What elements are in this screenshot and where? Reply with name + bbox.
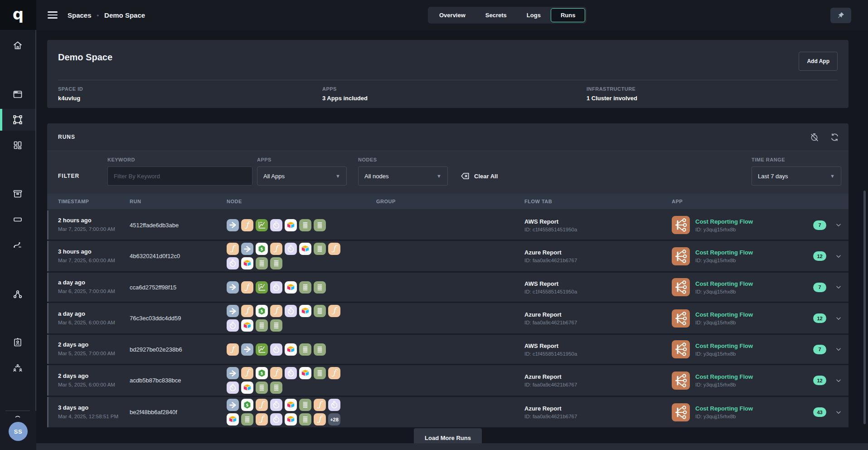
- row-app-link[interactable]: Cost Reporting Flow: [695, 218, 753, 225]
- function-node-icon[interactable]: ƒ: [270, 367, 282, 379]
- dollar-node-icon[interactable]: $: [241, 399, 253, 411]
- time-range-select[interactable]: Last 7 days ▼: [752, 166, 841, 186]
- airtable-node-icon[interactable]: [227, 413, 239, 426]
- airtable-node-icon[interactable]: [241, 382, 253, 394]
- list-node-icon[interactable]: [299, 413, 311, 426]
- function-node-icon[interactable]: ƒ: [328, 367, 340, 379]
- timer-node-icon[interactable]: [285, 367, 297, 379]
- avatar[interactable]: SS: [9, 422, 28, 441]
- dollar-node-icon[interactable]: $: [256, 243, 268, 255]
- list-node-icon[interactable]: [270, 382, 282, 394]
- breadcrumb-root[interactable]: Spaces: [68, 11, 92, 19]
- airtable-node-icon[interactable]: [285, 343, 297, 356]
- list-node-icon[interactable]: [256, 257, 268, 269]
- timer-node-icon[interactable]: [227, 382, 239, 394]
- hamburger-menu-icon[interactable]: [48, 10, 58, 20]
- table-row[interactable]: 2 days ago Mar 5, 2025, 7:00:00 AM bd292…: [47, 335, 849, 364]
- function-node-icon[interactable]: ƒ: [241, 367, 253, 379]
- airtable-node-icon[interactable]: [285, 399, 297, 411]
- row-app-link[interactable]: Cost Reporting Flow: [695, 249, 753, 256]
- row-app-link[interactable]: Cost Reporting Flow: [695, 373, 753, 380]
- airtable-node-icon[interactable]: [285, 413, 297, 426]
- timer-node-icon[interactable]: [227, 319, 239, 332]
- table-row[interactable]: 3 days ago Mar 4, 2025, 12:58:51 PM be2f…: [47, 397, 849, 427]
- function-node-icon[interactable]: ƒ: [241, 281, 253, 293]
- chart-node-icon[interactable]: [256, 219, 268, 231]
- chevron-down-icon[interactable]: [835, 315, 842, 322]
- list-node-icon[interactable]: [270, 319, 282, 332]
- row-app-link[interactable]: Cost Reporting Flow: [695, 311, 753, 318]
- list-node-icon[interactable]: [314, 367, 326, 379]
- chevron-down-icon[interactable]: [835, 346, 842, 353]
- sidebar-item-apps[interactable]: [0, 83, 35, 105]
- row-app-link[interactable]: Cost Reporting Flow: [695, 405, 753, 412]
- timer-node-icon[interactable]: [270, 281, 282, 293]
- function-node-icon[interactable]: ƒ: [270, 243, 282, 255]
- airtable-node-icon[interactable]: [299, 243, 311, 255]
- function-node-icon[interactable]: ƒ: [241, 219, 253, 231]
- function-node-icon[interactable]: ƒ: [227, 343, 239, 356]
- sidebar-item-archive[interactable]: [0, 183, 35, 205]
- function-node-icon[interactable]: ƒ: [256, 413, 268, 426]
- list-node-icon[interactable]: [270, 257, 282, 269]
- list-node-icon[interactable]: [314, 281, 326, 293]
- pin-button[interactable]: [830, 8, 851, 23]
- timer-node-icon[interactable]: [285, 243, 297, 255]
- list-node-icon[interactable]: [314, 219, 326, 231]
- table-row[interactable]: a day ago Mar 6, 2025, 7:00:00 AM cca6d2…: [47, 273, 849, 302]
- tab-runs[interactable]: Runs: [551, 8, 586, 22]
- transfer-node-icon[interactable]: [227, 281, 239, 293]
- timer-off-button[interactable]: [810, 132, 819, 142]
- dollar-node-icon[interactable]: $: [256, 367, 268, 379]
- row-app-link[interactable]: Cost Reporting Flow: [695, 342, 753, 349]
- sidebar-item-spaces[interactable]: [0, 109, 35, 131]
- airtable-node-icon[interactable]: [285, 219, 297, 231]
- function-node-icon[interactable]: ƒ: [256, 399, 268, 411]
- sidebar-item-contacts[interactable]: [0, 332, 35, 353]
- sidebar-item-more[interactable]: [0, 412, 35, 421]
- timer-node-icon[interactable]: [270, 399, 282, 411]
- tab-logs[interactable]: Logs: [517, 8, 551, 22]
- chevron-down-icon[interactable]: [835, 409, 842, 416]
- apps-select[interactable]: All Apps ▼: [257, 166, 347, 186]
- function-node-icon[interactable]: ƒ: [314, 399, 326, 411]
- timer-node-icon[interactable]: [270, 413, 282, 426]
- list-node-icon[interactable]: [256, 319, 268, 332]
- list-node-icon[interactable]: [299, 399, 311, 411]
- function-node-icon[interactable]: ƒ: [270, 305, 282, 317]
- transfer-node-icon[interactable]: [227, 219, 239, 231]
- chevron-down-icon[interactable]: [835, 221, 842, 229]
- function-node-icon[interactable]: ƒ: [314, 413, 326, 426]
- table-row[interactable]: 2 days ago Mar 5, 2025, 6:00:00 AM acdb5…: [47, 365, 849, 396]
- vertical-scrollbar[interactable]: [863, 191, 866, 424]
- list-node-icon[interactable]: [299, 219, 311, 231]
- dollar-node-icon[interactable]: $: [256, 305, 268, 317]
- table-row[interactable]: 3 hours ago Mar 7, 2025, 6:00:00 AM 4b63…: [47, 241, 849, 271]
- more-nodes-badge[interactable]: +28: [328, 413, 340, 426]
- transfer-node-icon[interactable]: [227, 399, 239, 411]
- transfer-node-icon[interactable]: [241, 343, 253, 356]
- list-node-icon[interactable]: [299, 343, 311, 356]
- function-node-icon[interactable]: ƒ: [241, 305, 253, 317]
- sidebar-item-home[interactable]: [0, 34, 35, 56]
- timer-node-icon[interactable]: [270, 343, 282, 356]
- airtable-node-icon[interactable]: [299, 305, 311, 317]
- add-app-button[interactable]: Add App: [799, 52, 838, 71]
- timer-node-icon[interactable]: [270, 219, 282, 231]
- tab-overview[interactable]: Overview: [429, 8, 475, 22]
- refresh-button[interactable]: [830, 132, 839, 142]
- nodes-select[interactable]: All nodes ▼: [358, 166, 448, 186]
- table-row[interactable]: a day ago Mar 6, 2025, 6:00:00 AM 76c3ec…: [47, 303, 849, 333]
- list-node-icon[interactable]: [314, 305, 326, 317]
- transfer-node-icon[interactable]: [241, 243, 253, 255]
- sidebar-item-flows[interactable]: [0, 234, 35, 256]
- list-node-icon[interactable]: [314, 243, 326, 255]
- sidebar-item-hierarchy[interactable]: [0, 284, 35, 305]
- row-app-link[interactable]: Cost Reporting Flow: [695, 280, 753, 287]
- list-node-icon[interactable]: [314, 343, 326, 356]
- airtable-node-icon[interactable]: [285, 281, 297, 293]
- tab-secrets[interactable]: Secrets: [475, 8, 517, 22]
- function-node-icon[interactable]: ƒ: [328, 243, 340, 255]
- list-node-icon[interactable]: [299, 281, 311, 293]
- chevron-down-icon[interactable]: [835, 377, 842, 384]
